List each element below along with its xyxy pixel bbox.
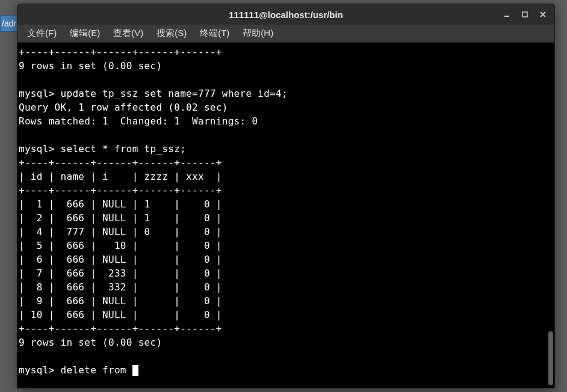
minimize-button[interactable] xyxy=(498,7,516,22)
svg-rect-1 xyxy=(522,12,527,17)
terminal-output: +----+------+------+------+------+ 9 row… xyxy=(19,46,288,348)
maximize-button[interactable] xyxy=(516,7,534,22)
scrollbar[interactable] xyxy=(548,46,553,385)
menu-help[interactable]: 帮助(H) xyxy=(237,25,279,41)
terminal-window: 111111@localhost:/usr/bin 文件(F) 编辑(E) 查看… xyxy=(17,4,555,388)
prompt-line: mysql> delete from xyxy=(19,364,132,376)
window-controls xyxy=(498,7,552,22)
cursor xyxy=(132,365,138,376)
menubar: 文件(F) 编辑(E) 查看(V) 搜索(S) 终端(T) 帮助(H) xyxy=(17,25,554,43)
minimize-icon xyxy=(504,11,510,17)
menu-terminal[interactable]: 终端(T) xyxy=(194,25,235,41)
titlebar[interactable]: 111111@localhost:/usr/bin xyxy=(17,4,554,25)
terminal-area[interactable]: +----+------+------+------+------+ 9 row… xyxy=(17,43,554,388)
scrollbar-thumb[interactable] xyxy=(548,331,553,385)
menu-file[interactable]: 文件(F) xyxy=(21,25,63,41)
close-button[interactable] xyxy=(534,7,552,22)
bg-text: /adr xyxy=(2,19,16,28)
maximize-icon xyxy=(522,11,528,17)
window-title: 111111@localhost:/usr/bin xyxy=(229,10,343,20)
menu-search[interactable]: 搜索(S) xyxy=(150,25,193,41)
background-window-fragment: /adr xyxy=(0,15,18,32)
menu-edit[interactable]: 编辑(E) xyxy=(64,25,106,41)
close-icon xyxy=(540,11,546,17)
svg-rect-0 xyxy=(504,16,509,17)
menu-view[interactable]: 查看(V) xyxy=(107,25,149,41)
